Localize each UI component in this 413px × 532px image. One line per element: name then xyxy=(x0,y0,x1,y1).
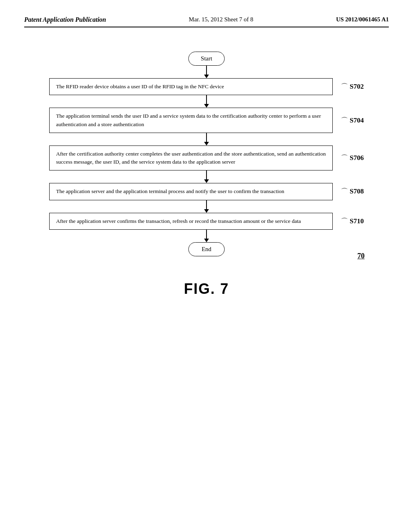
figure-label: FIG. 7 xyxy=(24,281,389,297)
diagram-number: 70 xyxy=(357,252,365,260)
step-s704-label: ⌒ S704 xyxy=(341,116,364,125)
step-s704-id: S704 xyxy=(350,116,364,125)
step-s702-id: S702 xyxy=(350,83,364,91)
arrow-5 xyxy=(202,200,211,213)
step-s702-box: The RFID reader device obtains a user ID… xyxy=(49,78,333,95)
arrow-6 xyxy=(202,230,211,242)
arrow-line xyxy=(206,230,207,239)
arrow-3 xyxy=(202,133,211,145)
step-s702-row: The RFID reader device obtains a user ID… xyxy=(49,78,364,95)
date-sheet-label: Mar. 15, 2012 Sheet 7 of 8 xyxy=(189,16,253,23)
step-s710-text: After the application server confirms th… xyxy=(56,218,301,224)
step-s706-row: After the certification authority center… xyxy=(49,145,364,171)
start-oval: Start xyxy=(188,52,225,66)
arrow-head xyxy=(204,209,209,213)
step-s704-text: The application terminal sends the user … xyxy=(56,113,321,127)
page: Patent Application Publication Mar. 15, … xyxy=(0,0,413,532)
arrow-head xyxy=(204,104,209,108)
step-s708-row: The application server and the applicati… xyxy=(49,183,364,200)
flowchart-diagram: Start The RFID reader device obtains a u… xyxy=(24,52,389,256)
tilde-s704: ⌒ xyxy=(341,116,348,125)
arrow-line xyxy=(206,200,207,209)
step-s708-box: The application server and the applicati… xyxy=(49,183,333,200)
arrow-head xyxy=(204,239,209,242)
step-s702-label: ⌒ S702 xyxy=(341,82,364,91)
arrow-head xyxy=(204,179,209,183)
end-label: End xyxy=(202,246,211,252)
step-s708-text: The application server and the applicati… xyxy=(56,188,284,194)
arrow-head xyxy=(204,142,209,145)
step-s706-text: After the certification authority center… xyxy=(56,151,326,165)
step-s710-label: ⌒ S710 xyxy=(341,216,364,226)
step-s710-id: S710 xyxy=(350,217,364,225)
arrow-1 xyxy=(202,66,211,78)
step-s710-row: After the application server confirms th… xyxy=(49,213,364,230)
step-s710-box: After the application server confirms th… xyxy=(49,213,333,230)
step-s706-label: ⌒ S706 xyxy=(341,153,364,163)
arrow-line xyxy=(206,66,207,75)
end-oval: End xyxy=(188,242,225,256)
start-label: Start xyxy=(201,55,212,62)
flow-center: Start The RFID reader device obtains a u… xyxy=(49,52,364,256)
arrow-line xyxy=(206,133,207,142)
patent-number-label: US 2012/0061465 A1 xyxy=(336,16,389,23)
arrow-head xyxy=(204,75,209,78)
step-s706-id: S706 xyxy=(350,154,364,162)
publication-label: Patent Application Publication xyxy=(24,16,106,23)
step-s708-label: ⌒ S708 xyxy=(341,187,364,196)
arrow-line xyxy=(206,95,207,104)
step-s706-box: After the certification authority center… xyxy=(49,145,333,171)
step-s704-box: The application terminal sends the user … xyxy=(49,108,333,133)
step-s702-text: The RFID reader device obtains a user ID… xyxy=(56,83,224,89)
tilde-s710: ⌒ xyxy=(341,216,348,226)
tilde-s706: ⌒ xyxy=(341,153,348,163)
tilde-s702: ⌒ xyxy=(341,82,348,91)
arrow-2 xyxy=(202,95,211,108)
step-s708-id: S708 xyxy=(350,187,364,195)
tilde-s708: ⌒ xyxy=(341,187,348,196)
step-s704-row: The application terminal sends the user … xyxy=(49,108,364,133)
page-header: Patent Application Publication Mar. 15, … xyxy=(24,16,389,27)
arrow-4 xyxy=(202,170,211,183)
arrow-line xyxy=(206,170,207,179)
